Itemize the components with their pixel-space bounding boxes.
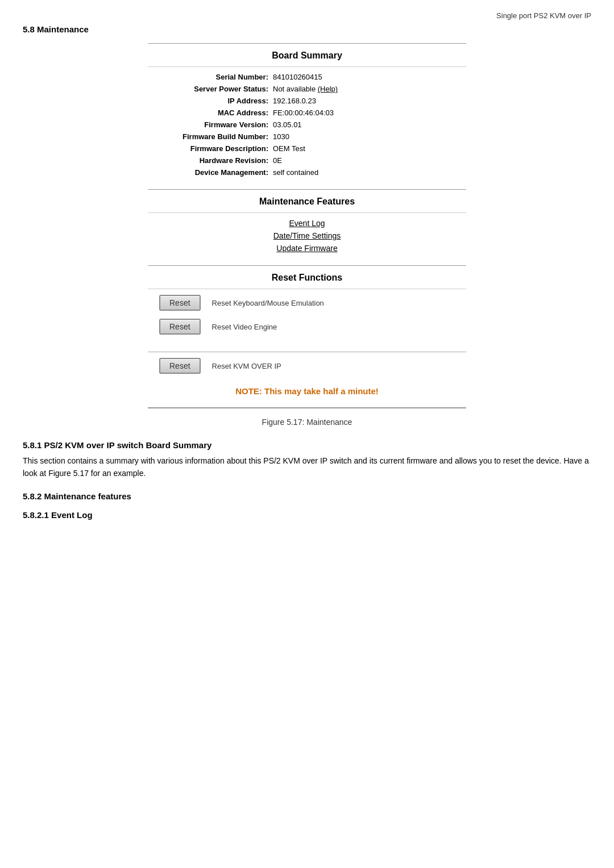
reset-video-label: Reset Video Engine (212, 323, 277, 331)
board-summary-table: Serial Number: 841010260415 Server Power… (148, 67, 466, 189)
server-power-help-link[interactable]: (Help) (318, 85, 338, 93)
mac-address-value: FE:00:00:46:04:03 (273, 108, 334, 117)
maintenance-links: Event Log Date/Time Settings Update Firm… (148, 213, 466, 265)
hardware-rev-label: Hardware Revision: (159, 156, 273, 165)
table-row: Device Management: self contained (159, 168, 455, 177)
table-row: Serial Number: 841010260415 (159, 73, 455, 81)
reset-kvm-section: Reset Reset KVM OVER IP NOTE: This may t… (148, 352, 466, 407)
table-row: Hardware Revision: 0E (159, 156, 455, 165)
reset-video-row: Reset Reset Video Engine (159, 319, 455, 335)
ip-address-value: 192.168.0.23 (273, 97, 316, 105)
mac-address-label: MAC Address: (159, 108, 273, 117)
firmware-desc-value: OEM Test (273, 144, 305, 153)
reset-kvm-button[interactable]: Reset (159, 358, 201, 374)
event-log-link[interactable]: Event Log (148, 219, 466, 228)
firmware-desc-label: Firmware Description: (159, 144, 273, 153)
maintenance-features-section: Maintenance Features Event Log Date/Time… (148, 190, 466, 266)
header-subtitle: Single port PS2 KVM over IP (23, 11, 591, 20)
device-mgmt-value: self contained (273, 168, 318, 177)
update-firmware-link[interactable]: Update Firmware (148, 244, 466, 253)
hardware-rev-value: 0E (273, 156, 282, 165)
reset-kvm-row: Reset Reset KVM OVER IP (159, 358, 455, 374)
reset-functions-section: Reset Functions Reset Reset Keyboard/Mou… (148, 266, 466, 408)
firmware-build-label: Firmware Build Number: (159, 132, 273, 141)
firmware-version-value: 03.05.01 (273, 120, 302, 129)
doc-section-5-8-2-title: 5.8.2 Maintenance features (23, 491, 591, 501)
table-row: Firmware Build Number: 1030 (159, 132, 455, 141)
table-row: MAC Address: FE:00:00:46:04:03 (159, 108, 455, 117)
firmware-build-value: 1030 (273, 132, 289, 141)
serial-number-label: Serial Number: (159, 73, 273, 81)
maintenance-features-title: Maintenance Features (148, 190, 466, 213)
reset-kvm-label: Reset KVM OVER IP (212, 362, 281, 370)
board-summary-title: Board Summary (148, 44, 466, 67)
serial-number-value: 841010260415 (273, 73, 322, 81)
table-row: Firmware Description: OEM Test (159, 144, 455, 153)
reset-functions-title: Reset Functions (148, 266, 466, 289)
table-row: Server Power Status: Not available (Help… (159, 85, 455, 93)
board-summary-section: Board Summary Serial Number: 84101026041… (148, 44, 466, 190)
doc-section-5-8-1-paragraph: This section contains a summary with var… (23, 454, 591, 480)
figure-caption: Figure 5.17: Maintenance (23, 418, 591, 427)
reset-keyboard-button[interactable]: Reset (159, 295, 201, 311)
firmware-version-label: Firmware Version: (159, 120, 273, 129)
reset-keyboard-row: Reset Reset Keyboard/Mouse Emulation (159, 295, 455, 311)
doc-section-5-8-2-1-title: 5.8.2.1 Event Log (23, 510, 591, 520)
doc-section-5-8-1-title: 5.8.1 PS/2 KVM over IP switch Board Summ… (23, 440, 591, 450)
device-mgmt-label: Device Management: (159, 168, 273, 177)
server-power-value: Not available (Help) (273, 85, 338, 93)
reset-video-button[interactable]: Reset (159, 319, 201, 335)
note-text: NOTE: This may take half a minute! (159, 382, 455, 403)
main-panel: Board Summary Serial Number: 84101026041… (148, 43, 466, 408)
table-row: Firmware Version: 03.05.01 (159, 120, 455, 129)
datetime-settings-link[interactable]: Date/Time Settings (148, 231, 466, 240)
server-power-label: Server Power Status: (159, 85, 273, 93)
reset-rows: Reset Reset Keyboard/Mouse Emulation Res… (148, 289, 466, 352)
ip-address-label: IP Address: (159, 97, 273, 105)
page-section-title: 5.8 Maintenance (23, 24, 591, 34)
table-row: IP Address: 192.168.0.23 (159, 97, 455, 105)
reset-keyboard-label: Reset Keyboard/Mouse Emulation (212, 299, 324, 307)
